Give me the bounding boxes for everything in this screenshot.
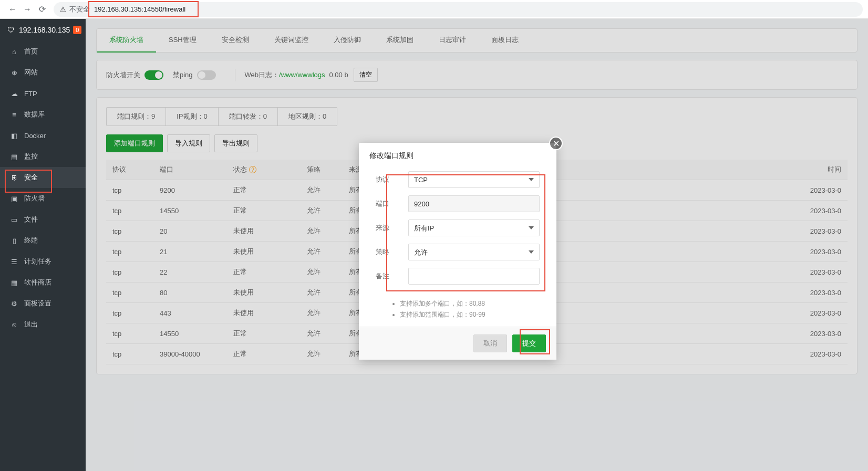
sidebar-item-label: 终端 — [24, 236, 38, 245]
sidebar-item-label: Docker — [24, 132, 46, 140]
sidebar-item-label: 监控 — [24, 152, 38, 161]
modal-close-button[interactable]: ✕ — [549, 137, 563, 150]
edit-port-rule-modal: ✕ 修改端口规则 协议 TCP 端口 来源 所有IP 策略 允许 备注 支持添加… — [359, 143, 556, 360]
modal-title: 修改端口规则 — [359, 143, 556, 169]
back-button[interactable]: ← — [5, 2, 20, 17]
sidebar-item-label: 网站 — [24, 68, 38, 77]
home-icon: ⌂ — [9, 47, 19, 56]
source-label: 来源 — [376, 223, 408, 233]
sidebar-item-label: 首页 — [24, 47, 38, 56]
sidebar: 🛡 192.168.30.135 0 ⌂首页 ⊕网站 ☁FTP ≡数据库 ◧Do… — [0, 19, 86, 471]
url-bar[interactable]: ⚠ 不安全 192.168.30.135:14550/firewall — [54, 2, 863, 17]
folder-icon: ▭ — [9, 215, 19, 224]
task-icon: ☰ — [9, 257, 19, 266]
sidebar-item-cron[interactable]: ☰计划任务 — [0, 251, 86, 272]
exit-icon: ⎋ — [9, 320, 19, 329]
source-select[interactable]: 所有IP — [408, 219, 540, 236]
modal-hints: 支持添加多个端口，如：80,88 支持添加范围端口，如：90-99 — [359, 299, 556, 327]
terminal-icon: ▯ — [9, 236, 19, 245]
globe-icon: ⊕ — [9, 68, 19, 77]
sidebar-item-files[interactable]: ▭文件 — [0, 209, 86, 230]
remark-label: 备注 — [376, 271, 408, 281]
sidebar-item-label: FTP — [24, 90, 37, 98]
insecure-label: 不安全 — [69, 5, 90, 14]
policy-label: 策略 — [376, 247, 408, 257]
reload-button[interactable]: ⟳ — [35, 2, 49, 17]
shield-icon: ⛨ — [9, 173, 19, 182]
host-label: 192.168.30.135 — [19, 26, 70, 34]
sidebar-item-label: 计划任务 — [24, 257, 51, 266]
ftp-icon: ☁ — [9, 89, 19, 98]
proto-label: 协议 — [376, 175, 408, 184]
sidebar-item-store[interactable]: ▦软件商店 — [0, 272, 86, 293]
sidebar-item-ftp[interactable]: ☁FTP — [0, 83, 86, 104]
url-text: 192.168.30.135:14550/firewall — [94, 5, 185, 13]
proto-select[interactable]: TCP — [408, 171, 540, 188]
sidebar-item-docker[interactable]: ◧Docker — [0, 125, 86, 146]
sidebar-item-home[interactable]: ⌂首页 — [0, 41, 86, 62]
warning-icon: ⚠ — [60, 5, 66, 13]
submit-button[interactable]: 提交 — [512, 334, 546, 352]
sidebar-item-security[interactable]: ⛨安全 — [0, 167, 86, 188]
database-icon: ≡ — [9, 110, 19, 119]
sidebar-item-label: 防火墙 — [24, 194, 45, 203]
port-label: 端口 — [376, 199, 408, 208]
sidebar-header: 🛡 192.168.30.135 0 — [0, 19, 86, 41]
grid-icon: ▦ — [9, 278, 19, 287]
gear-icon: ⚙ — [9, 299, 19, 308]
sidebar-item-label: 面板设置 — [24, 299, 51, 308]
hint-item: 支持添加多个端口，如：80,88 — [400, 299, 540, 308]
sidebar-item-label: 文件 — [24, 215, 38, 224]
firewall-icon: ▣ — [9, 194, 19, 203]
sidebar-item-firewall[interactable]: ▣防火墙 — [0, 188, 86, 209]
sidebar-item-label: 软件商店 — [24, 278, 51, 287]
cancel-button[interactable]: 取消 — [473, 334, 507, 352]
docker-icon: ◧ — [9, 131, 19, 140]
sidebar-item-label: 数据库 — [24, 110, 45, 119]
sidebar-item-database[interactable]: ≡数据库 — [0, 104, 86, 125]
sidebar-item-monitor[interactable]: ▤监控 — [0, 146, 86, 167]
shield-icon: 🛡 — [7, 26, 15, 34]
sidebar-item-label: 安全 — [24, 173, 38, 182]
port-input[interactable] — [408, 195, 540, 212]
sidebar-item-settings[interactable]: ⚙面板设置 — [0, 293, 86, 314]
remark-input[interactable] — [408, 268, 540, 285]
hint-item: 支持添加范围端口，如：90-99 — [400, 310, 540, 319]
sidebar-item-terminal[interactable]: ▯终端 — [0, 230, 86, 251]
notification-badge: 0 — [73, 26, 81, 34]
policy-select[interactable]: 允许 — [408, 244, 540, 260]
sidebar-item-website[interactable]: ⊕网站 — [0, 62, 86, 83]
browser-bar: ← → ⟳ ⚠ 不安全 192.168.30.135:14550/firewal… — [0, 0, 868, 19]
sidebar-item-logout[interactable]: ⎋退出 — [0, 314, 86, 335]
monitor-icon: ▤ — [9, 152, 19, 161]
sidebar-item-label: 退出 — [24, 320, 38, 329]
forward-button[interactable]: → — [20, 2, 35, 17]
